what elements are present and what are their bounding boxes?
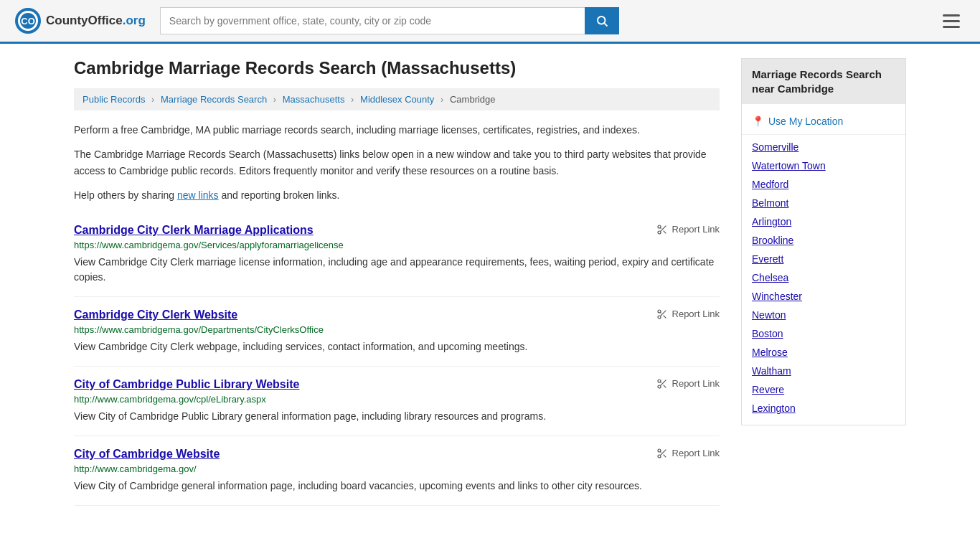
record-item: Cambridge City Clerk Website Report Link… (74, 297, 720, 367)
record-desc-1: View Cambridge City Clerk webpage, inclu… (74, 339, 720, 354)
record-desc-0: View Cambridge City Clerk marriage licen… (74, 255, 720, 285)
content-area: Cambridge Marriage Records Search (Massa… (74, 58, 720, 506)
main-layout: Cambridge Marriage Records Search (Massa… (60, 44, 920, 534)
sidebar-link-somerville[interactable]: Somerville (742, 138, 905, 156)
logo-area: CO CountyOffice.org (14, 7, 146, 34)
desc-text-3a: Help others by sharing (74, 189, 177, 201)
sidebar: Marriage Records Search near Cambridge 📍… (741, 58, 906, 506)
search-area (160, 7, 619, 34)
svg-line-10 (660, 227, 661, 228)
sidebar-title: Marriage Records Search near Cambridge (742, 59, 905, 104)
sidebar-link-winchester[interactable]: Winchester (742, 287, 905, 306)
header: CO CountyOffice.org (0, 0, 980, 44)
svg-point-7 (658, 231, 661, 234)
record-item: Cambridge City Clerk Marriage Applicatio… (74, 212, 720, 297)
record-title-0[interactable]: Cambridge City Clerk Marriage Applicatio… (74, 224, 314, 237)
svg-line-8 (660, 225, 666, 231)
menu-bar-1 (943, 14, 960, 17)
breadcrumb-marriage-records[interactable]: Marriage Records Search (161, 94, 267, 105)
svg-line-15 (660, 312, 661, 313)
record-url-3: http://www.cambridgema.gov/ (74, 463, 720, 474)
record-title-2[interactable]: City of Cambridge Public Library Website (74, 378, 299, 391)
svg-point-12 (658, 316, 661, 319)
menu-button[interactable] (937, 11, 966, 31)
svg-line-25 (660, 451, 661, 452)
desc-text-1: Perform a free Cambridge, MA public marr… (74, 124, 640, 136)
sidebar-link-newton[interactable]: Newton (742, 306, 905, 324)
report-link-0[interactable]: Report Link (656, 224, 720, 235)
report-link-2[interactable]: Report Link (656, 378, 720, 390)
scissors-icon-1 (656, 309, 668, 320)
search-button[interactable] (585, 7, 619, 34)
sidebar-link-watertown-town[interactable]: Watertown Town (742, 156, 905, 175)
desc-text-2: The Cambridge Marriage Records Search (M… (74, 149, 707, 176)
sidebar-link-melrose[interactable]: Melrose (742, 343, 905, 362)
sidebar-link-revere[interactable]: Revere (742, 380, 905, 399)
sidebar-link-brookline[interactable]: Brookline (742, 231, 905, 250)
scissors-icon-0 (656, 224, 668, 235)
sidebar-links: SomervilleWatertown TownMedfordBelmontAr… (742, 138, 905, 418)
svg-line-9 (663, 230, 666, 233)
description-3: Help others by sharing new links and rep… (74, 187, 720, 203)
report-label-3: Report Link (672, 448, 720, 458)
bc-sep-2: › (273, 94, 276, 105)
search-input[interactable] (160, 7, 585, 34)
menu-bar-3 (943, 26, 960, 28)
record-desc-3: View City of Cambridge general informati… (74, 479, 720, 494)
desc-text-3b: and reporting broken links. (219, 189, 340, 201)
sidebar-link-medford[interactable]: Medford (742, 175, 905, 194)
bc-sep-4: › (440, 94, 443, 105)
sidebar-link-arlington[interactable]: Arlington (742, 212, 905, 231)
breadcrumb-cambridge: Cambridge (450, 94, 496, 105)
use-location-label: Use My Location (768, 116, 843, 127)
bc-sep-1: › (151, 94, 154, 105)
sidebar-link-belmont[interactable]: Belmont (742, 194, 905, 212)
report-label-2: Report Link (672, 378, 720, 389)
record-url-2: http://www.cambridgema.gov/cpl/eLibrary.… (74, 394, 720, 405)
sidebar-link-waltham[interactable]: Waltham (742, 362, 905, 380)
scissors-icon-2 (656, 378, 668, 390)
record-title-3[interactable]: City of Cambridge Website (74, 448, 220, 461)
svg-point-22 (658, 455, 661, 458)
svg-point-17 (658, 385, 661, 388)
record-item: City of Cambridge Website Report Link ht… (74, 436, 720, 506)
svg-line-5 (604, 23, 607, 26)
record-desc-2: View City of Cambridge Public Library ge… (74, 409, 720, 424)
scissors-icon-3 (656, 448, 668, 459)
sidebar-link-chelsea[interactable]: Chelsea (742, 268, 905, 287)
report-link-1[interactable]: Report Link (656, 309, 720, 320)
description-1: Perform a free Cambridge, MA public marr… (74, 122, 720, 138)
description-2: The Cambridge Marriage Records Search (M… (74, 146, 720, 179)
bc-sep-3: › (351, 94, 354, 105)
sidebar-content: 📍 Use My Location SomervilleWatertown To… (742, 104, 905, 425)
sidebar-link-boston[interactable]: Boston (742, 324, 905, 343)
sidebar-box: Marriage Records Search near Cambridge 📍… (741, 58, 906, 425)
logo-name: CountyOffice (46, 14, 123, 27)
record-url-1: https://www.cambridgema.gov/Departments/… (74, 324, 720, 335)
logo-text: CountyOffice.org (46, 14, 146, 28)
breadcrumb-middlesex[interactable]: Middlesex County (360, 94, 434, 105)
search-icon (595, 14, 608, 27)
sidebar-link-everett[interactable]: Everett (742, 250, 905, 268)
breadcrumb-public-records[interactable]: Public Records (83, 94, 145, 105)
svg-text:CO: CO (21, 16, 35, 27)
records-list: Cambridge City Clerk Marriage Applicatio… (74, 212, 720, 506)
svg-line-18 (660, 380, 666, 385)
svg-line-19 (663, 385, 666, 387)
record-item: City of Cambridge Public Library Website… (74, 367, 720, 436)
use-my-location[interactable]: 📍 Use My Location (742, 111, 905, 135)
report-link-3[interactable]: Report Link (656, 448, 720, 459)
record-url-0: https://www.cambridgema.gov/Services/app… (74, 240, 720, 250)
record-title-1[interactable]: Cambridge City Clerk Website (74, 309, 237, 321)
breadcrumb-massachusetts[interactable]: Massachusetts (283, 94, 345, 105)
svg-line-14 (663, 315, 666, 318)
svg-line-13 (660, 310, 666, 316)
svg-line-23 (660, 449, 666, 455)
logo-icon: CO (14, 7, 42, 34)
pin-icon: 📍 (752, 116, 764, 127)
new-links-link[interactable]: new links (177, 189, 219, 201)
svg-line-24 (663, 454, 666, 457)
svg-point-4 (598, 17, 606, 24)
menu-bar-2 (943, 20, 960, 22)
sidebar-link-lexington[interactable]: Lexington (742, 399, 905, 418)
